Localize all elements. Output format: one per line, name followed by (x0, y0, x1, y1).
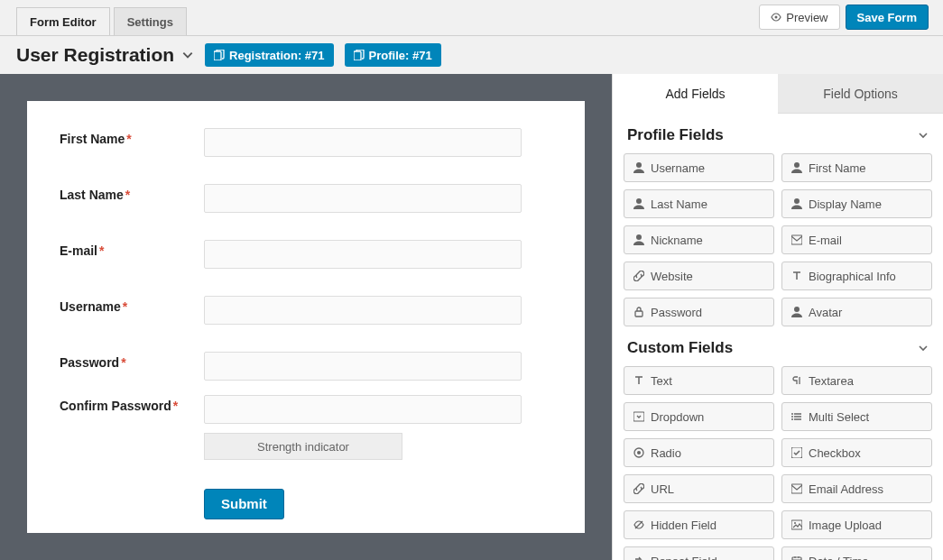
field-chip-label: Dropdown (651, 410, 704, 424)
field-first-name[interactable]: First Name* (60, 128, 552, 157)
field-chip-password[interactable]: Password (624, 298, 774, 326)
user-icon (791, 198, 802, 209)
input-confirm-password[interactable] (204, 395, 522, 424)
form-title[interactable]: User Registration (16, 44, 194, 66)
field-chip-label: Nickname (651, 234, 703, 247)
label-password: Password* (60, 352, 204, 370)
input-password[interactable] (204, 352, 522, 381)
copy-icon (354, 50, 365, 60)
badge-profile[interactable]: Profile: #71 (345, 43, 441, 67)
field-email[interactable]: E-mail* (60, 240, 552, 269)
user-icon (633, 198, 644, 209)
radio-icon (633, 447, 644, 458)
custom-fields-grid: TextTextareaDropdownMulti SelectRadioChe… (624, 366, 932, 560)
submit-button[interactable]: Submit (204, 489, 284, 519)
label-first-name: First Name* (60, 128, 204, 146)
badge-registration[interactable]: Registration: #71 (205, 43, 333, 67)
field-chip-checkbox[interactable]: Checkbox (781, 438, 932, 467)
dropdown-icon (633, 411, 644, 422)
field-chip-radio[interactable]: Radio (624, 438, 774, 467)
list-icon (791, 411, 802, 422)
field-chip-label: First Name (809, 161, 866, 175)
paragraph-icon (791, 375, 802, 386)
field-chip-dropdown[interactable]: Dropdown (624, 402, 774, 431)
field-chip-label: Password (651, 306, 702, 319)
field-chip-biographical-info[interactable]: Biographical Info (781, 262, 932, 290)
field-chip-label: Email Address (809, 482, 883, 496)
field-confirm-password[interactable]: Confirm Password* Strength indicator (60, 395, 552, 460)
field-chip-label: Textarea (809, 374, 854, 388)
input-first-name[interactable] (204, 128, 522, 157)
text-icon (633, 375, 644, 386)
preview-label: Preview (786, 11, 827, 24)
field-chip-url[interactable]: URL (624, 474, 774, 503)
field-chip-username[interactable]: Username (624, 153, 774, 182)
field-chip-label: Website (651, 270, 693, 283)
hidden-icon (633, 519, 644, 530)
link-icon (633, 483, 644, 494)
field-chip-label: Repeat Field (651, 555, 717, 561)
field-chip-image-upload[interactable]: Image Upload (781, 510, 932, 539)
field-chip-last-name[interactable]: Last Name (624, 189, 774, 218)
link-icon (633, 271, 644, 281)
tab-add-fields[interactable]: Add Fields (613, 74, 778, 114)
field-chip-avatar[interactable]: Avatar (781, 298, 932, 326)
user-icon (791, 307, 802, 317)
form-canvas: First Name* Last Name* E-mail* Username*… (0, 74, 612, 560)
label-confirm-password: Confirm Password* (60, 395, 204, 413)
mail-icon (791, 234, 802, 245)
field-chip-label: Last Name (651, 197, 707, 211)
badge-profile-label: Profile: #71 (369, 49, 432, 62)
field-password[interactable]: Password* (60, 352, 552, 381)
mail-icon (791, 483, 802, 494)
repeat-icon (633, 555, 644, 560)
save-button[interactable]: Save Form (846, 5, 929, 30)
sub-bar: User Registration Registration: #71 Prof… (0, 36, 943, 74)
calendar-icon (791, 555, 802, 560)
chevron-down-icon (918, 130, 929, 141)
preview-button[interactable]: Preview (759, 5, 839, 30)
user-icon (791, 162, 802, 173)
field-chip-date-time[interactable]: Date / Time (781, 546, 932, 560)
field-chip-textarea[interactable]: Textarea (781, 366, 932, 395)
copy-icon (214, 50, 225, 60)
field-last-name[interactable]: Last Name* (60, 184, 552, 213)
field-chip-label: Radio (651, 446, 681, 460)
input-email[interactable] (204, 240, 522, 269)
field-chip-hidden-field[interactable]: Hidden Field (624, 510, 774, 539)
label-last-name: Last Name* (60, 184, 204, 202)
user-icon (633, 234, 644, 245)
field-username[interactable]: Username* (60, 296, 552, 325)
chevron-down-icon (918, 343, 929, 353)
chevron-down-icon (181, 49, 194, 61)
field-chip-e-mail[interactable]: E-mail (781, 225, 932, 254)
field-chip-label: Avatar (809, 306, 842, 319)
field-chip-label: Multi Select (809, 410, 869, 424)
section-custom-fields[interactable]: Custom Fields (624, 326, 932, 366)
tab-settings[interactable]: Settings (114, 7, 187, 35)
form-preview: First Name* Last Name* E-mail* Username*… (27, 101, 585, 533)
input-last-name[interactable] (204, 184, 522, 213)
field-chip-nickname[interactable]: Nickname (624, 225, 774, 254)
field-chip-first-name[interactable]: First Name (781, 153, 932, 182)
tab-form-editor[interactable]: Form Editor (16, 7, 110, 35)
field-chip-website[interactable]: Website (624, 262, 774, 290)
field-chip-repeat-field[interactable]: Repeat Field (624, 546, 774, 560)
field-chip-display-name[interactable]: Display Name (781, 189, 932, 218)
field-chip-label: Username (651, 161, 705, 175)
field-chip-text[interactable]: Text (624, 366, 774, 395)
field-chip-label: Biographical Info (809, 270, 896, 283)
field-chip-label: Display Name (809, 197, 882, 211)
content: First Name* Last Name* E-mail* Username*… (0, 74, 943, 560)
top-actions: Preview Save Form (759, 5, 929, 35)
field-chip-email-address[interactable]: Email Address (781, 474, 932, 503)
input-username[interactable] (204, 296, 522, 325)
field-chip-multi-select[interactable]: Multi Select (781, 402, 932, 431)
tab-field-options[interactable]: Field Options (778, 74, 943, 114)
section-profile-title: Profile Fields (627, 126, 724, 144)
label-email: E-mail* (60, 240, 204, 258)
field-chip-label: Text (651, 374, 672, 388)
section-profile-fields[interactable]: Profile Fields (624, 114, 932, 153)
form-title-text: User Registration (16, 44, 174, 66)
field-chip-label: Image Upload (809, 519, 882, 532)
